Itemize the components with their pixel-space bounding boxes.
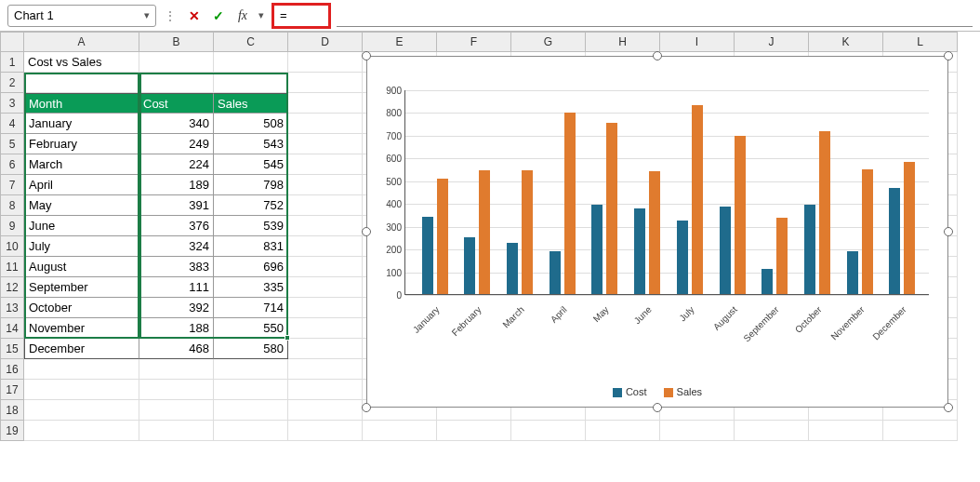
chart-handle-s[interactable] bbox=[653, 403, 662, 412]
cell-C15[interactable]: 580 bbox=[214, 339, 288, 359]
selection-handle[interactable] bbox=[285, 335, 290, 341]
select-all-corner[interactable] bbox=[0, 32, 24, 52]
chart-handle-w[interactable] bbox=[362, 227, 371, 236]
bar-sales[interactable] bbox=[606, 123, 617, 294]
row-header-11[interactable]: 11 bbox=[0, 257, 24, 277]
row-header-19[interactable]: 19 bbox=[0, 421, 24, 441]
cell-A2[interactable] bbox=[24, 73, 139, 93]
cell-A11[interactable]: August bbox=[24, 257, 139, 277]
chart-handle-se[interactable] bbox=[944, 403, 953, 412]
row-header-3[interactable]: 3 bbox=[0, 93, 24, 114]
cell-C17[interactable] bbox=[214, 380, 288, 400]
cell-C4[interactable]: 508 bbox=[214, 114, 288, 134]
bar-cost[interactable] bbox=[634, 208, 645, 294]
cell-D9[interactable] bbox=[288, 216, 363, 236]
cell-A17[interactable] bbox=[24, 380, 139, 400]
cell-H19[interactable] bbox=[586, 421, 660, 441]
bar-cost[interactable] bbox=[889, 188, 900, 294]
row-header-13[interactable]: 13 bbox=[0, 298, 24, 318]
bar-sales[interactable] bbox=[904, 162, 915, 294]
bar-group[interactable] bbox=[761, 218, 788, 294]
column-header-I[interactable]: I bbox=[660, 32, 735, 52]
cell-D17[interactable] bbox=[288, 380, 363, 400]
cell-D7[interactable] bbox=[288, 175, 363, 195]
cell-A5[interactable]: February bbox=[24, 134, 139, 154]
cell-D5[interactable] bbox=[288, 134, 363, 154]
chart-plot-area[interactable]: 0100200300400500600700800900 bbox=[404, 90, 929, 295]
bar-cost[interactable] bbox=[507, 243, 518, 294]
column-header-J[interactable]: J bbox=[735, 32, 809, 52]
cancel-button[interactable]: ✕ bbox=[186, 7, 203, 24]
bar-group[interactable] bbox=[550, 113, 576, 294]
legend-item-sales[interactable]: Sales bbox=[664, 386, 703, 397]
cell-A16[interactable] bbox=[24, 359, 139, 380]
cell-B10[interactable]: 324 bbox=[139, 236, 214, 257]
cell-A3[interactable]: Month bbox=[24, 93, 139, 114]
chart-legend[interactable]: Cost Sales bbox=[367, 386, 947, 397]
chart-handle-ne[interactable] bbox=[944, 51, 953, 60]
cell-I19[interactable] bbox=[660, 421, 735, 441]
formula-input[interactable] bbox=[278, 7, 324, 23]
cell-B1[interactable] bbox=[139, 52, 214, 73]
fx-button[interactable]: fx bbox=[234, 7, 251, 24]
bar-group[interactable] bbox=[422, 179, 448, 294]
cell-B18[interactable] bbox=[139, 400, 214, 421]
bar-sales[interactable] bbox=[776, 218, 788, 294]
bar-sales[interactable] bbox=[735, 136, 746, 294]
bar-sales[interactable] bbox=[522, 170, 533, 294]
cell-A8[interactable]: May bbox=[24, 195, 139, 216]
cell-D11[interactable] bbox=[288, 257, 363, 277]
bar-group[interactable] bbox=[804, 131, 830, 294]
formula-bar-rest[interactable] bbox=[337, 5, 973, 27]
bar-cost[interactable] bbox=[464, 237, 475, 294]
cell-D14[interactable] bbox=[288, 318, 363, 339]
legend-item-cost[interactable]: Cost bbox=[613, 386, 647, 397]
cell-C8[interactable]: 752 bbox=[214, 195, 288, 216]
name-box[interactable]: Chart 1 ▾ bbox=[7, 5, 156, 27]
cell-C19[interactable] bbox=[214, 421, 288, 441]
bar-group[interactable] bbox=[847, 169, 873, 294]
chart-handle-n[interactable] bbox=[653, 51, 662, 60]
bar-cost[interactable] bbox=[847, 251, 858, 294]
row-header-5[interactable]: 5 bbox=[0, 134, 24, 154]
bar-group[interactable] bbox=[634, 171, 660, 294]
chart-handle-nw[interactable] bbox=[362, 51, 371, 60]
bar-sales[interactable] bbox=[819, 131, 830, 294]
bar-group[interactable] bbox=[677, 105, 703, 294]
bar-group[interactable] bbox=[720, 136, 746, 294]
cell-B14[interactable]: 188 bbox=[139, 318, 214, 339]
row-header-10[interactable]: 10 bbox=[0, 236, 24, 257]
cell-G19[interactable] bbox=[511, 421, 586, 441]
cell-A9[interactable]: June bbox=[24, 216, 139, 236]
cell-C12[interactable]: 335 bbox=[214, 277, 288, 298]
cell-D3[interactable] bbox=[288, 93, 363, 114]
bar-sales[interactable] bbox=[437, 179, 448, 294]
column-header-E[interactable]: E bbox=[363, 32, 437, 52]
cell-B12[interactable]: 111 bbox=[139, 277, 214, 298]
column-header-B[interactable]: B bbox=[139, 32, 214, 52]
cell-C11[interactable]: 696 bbox=[214, 257, 288, 277]
column-header-G[interactable]: G bbox=[511, 32, 586, 52]
cell-B17[interactable] bbox=[139, 380, 214, 400]
cell-B9[interactable]: 376 bbox=[139, 216, 214, 236]
cell-A6[interactable]: March bbox=[24, 154, 139, 175]
row-header-16[interactable]: 16 bbox=[0, 359, 24, 380]
row-header-17[interactable]: 17 bbox=[0, 380, 24, 400]
cell-A1[interactable]: Cost vs Sales bbox=[24, 52, 139, 73]
cell-A10[interactable]: July bbox=[24, 236, 139, 257]
row-header-15[interactable]: 15 bbox=[0, 339, 24, 359]
row-header-14[interactable]: 14 bbox=[0, 318, 24, 339]
cell-B13[interactable]: 392 bbox=[139, 298, 214, 318]
cell-D19[interactable] bbox=[288, 421, 363, 441]
cell-A18[interactable] bbox=[24, 400, 139, 421]
cell-C13[interactable]: 714 bbox=[214, 298, 288, 318]
cell-A19[interactable] bbox=[24, 421, 139, 441]
bar-cost[interactable] bbox=[720, 207, 731, 294]
cell-B8[interactable]: 391 bbox=[139, 195, 214, 216]
cell-A12[interactable]: September bbox=[24, 277, 139, 298]
bar-group[interactable] bbox=[889, 162, 915, 294]
bar-cost[interactable] bbox=[591, 205, 603, 294]
cell-D8[interactable] bbox=[288, 195, 363, 216]
bar-group[interactable] bbox=[464, 170, 490, 294]
cell-B6[interactable]: 224 bbox=[139, 154, 214, 175]
